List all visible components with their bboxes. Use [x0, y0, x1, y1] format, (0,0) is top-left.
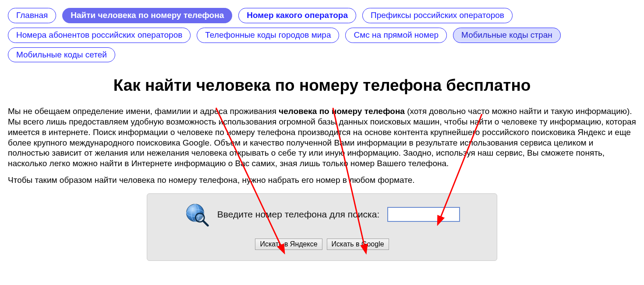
nav-world-city-codes[interactable]: Телефонные коды городов мира	[197, 28, 339, 43]
nav-ru-prefixes[interactable]: Префиксы российских операторов	[362, 8, 513, 23]
search-panel: Введите номер телефона для поиска: Искат…	[147, 193, 497, 261]
phone-input[interactable]	[387, 207, 460, 222]
nav-home[interactable]: Главная	[8, 8, 56, 23]
nav-sms-direct[interactable]: Смс на прямой номер	[345, 28, 447, 43]
nav-operator-number[interactable]: Номер какого оператора	[238, 8, 356, 23]
nav-ru-subscribers[interactable]: Номера абонентов российских операторов	[8, 28, 191, 43]
phone-input-label: Введите номер телефона для поиска:	[217, 209, 379, 220]
intro-paragraph: Мы не обещаем определение имени, фамилии…	[8, 106, 636, 169]
nav-country-mobile-codes[interactable]: Мобильные коды стран	[453, 28, 561, 43]
nav-network-mobile-codes[interactable]: Мобильные коды сетей	[8, 47, 115, 63]
nav-find-by-phone[interactable]: Найти человека по номеру телефона	[62, 8, 232, 23]
search-yandex-button[interactable]: Искать в Яндексе	[255, 239, 322, 250]
intro-pre: Мы не обещаем определение имени, фамилии…	[8, 107, 279, 116]
intro-bold: человека по номеру телефона	[279, 107, 405, 116]
nav-tabs: Главная Найти человека по номеру телефон…	[8, 8, 636, 62]
globe-search-icon	[184, 202, 209, 227]
search-google-button[interactable]: Искать в Google	[327, 239, 389, 250]
instruction-paragraph: Чтобы таким образом найти человека по но…	[8, 175, 636, 185]
svg-line-5	[203, 221, 208, 225]
page-title: Как найти человека по номеру телефона бе…	[8, 76, 636, 95]
